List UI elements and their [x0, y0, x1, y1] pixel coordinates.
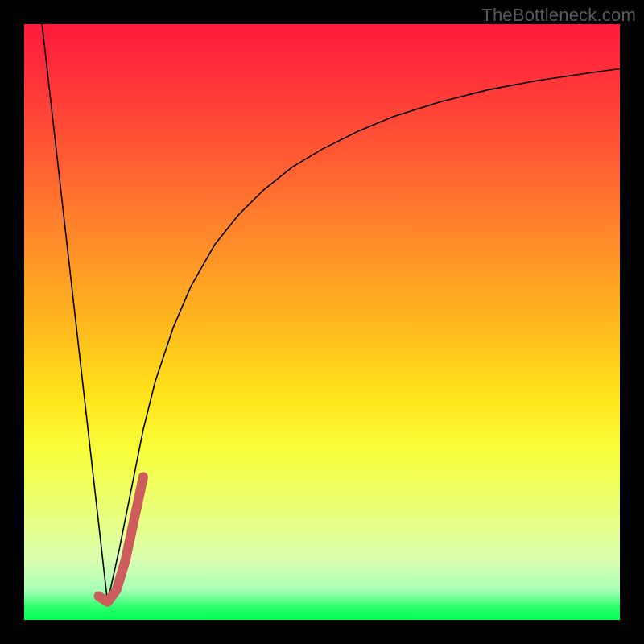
watermark-text: TheBottleneck.com [481, 5, 636, 26]
series-group [42, 24, 620, 602]
series-left-descent [42, 24, 107, 602]
chart-frame: TheBottleneck.com [0, 0, 644, 644]
plot-area [24, 24, 620, 620]
series-right-ascent [108, 69, 620, 602]
chart-svg [24, 24, 620, 620]
